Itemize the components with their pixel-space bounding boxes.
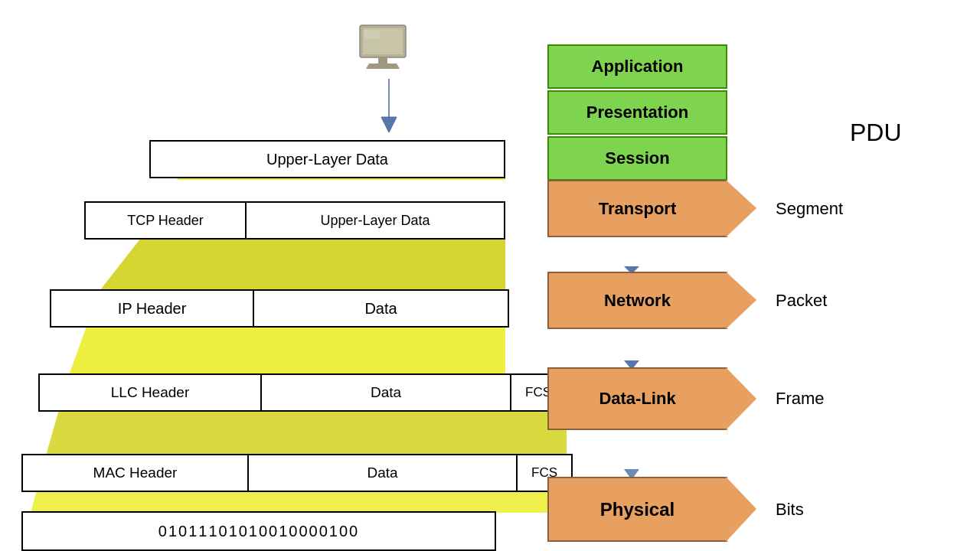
binary-cell: 01011101010010000100 <box>23 513 495 549</box>
physical-box: Physical <box>547 477 727 542</box>
pdu-label: PDU <box>850 119 902 147</box>
osi-physical-layer: Physical Bits <box>547 477 804 542</box>
osi-application-layer: Application <box>547 44 727 89</box>
transport-arrow <box>726 180 756 237</box>
mac-row: MAC Header Data FCS <box>21 454 573 492</box>
binary-row: 01011101010010000100 <box>21 511 496 551</box>
network-pdu-label: Packet <box>776 291 827 311</box>
application-box: Application <box>547 44 727 89</box>
llc-header-cell: LLC Header <box>40 375 262 410</box>
svg-marker-3 <box>366 64 400 69</box>
osi-session-layer: Session <box>547 136 727 181</box>
physical-pdu-label: Bits <box>776 500 804 520</box>
network-box: Network <box>547 272 727 329</box>
llc-data-cell: Data <box>262 375 511 410</box>
tcp-header-cell: TCP Header <box>86 203 247 238</box>
svg-marker-5 <box>381 79 397 132</box>
computer-down-arrow <box>377 79 400 135</box>
tcp-row: TCP Header Upper-Layer Data <box>84 201 505 240</box>
osi-presentation-layer: Presentation <box>547 90 727 135</box>
session-box: Session <box>547 136 727 181</box>
network-arrow <box>726 272 756 329</box>
transport-pdu-label: Segment <box>776 199 843 219</box>
datalink-arrow <box>726 367 756 430</box>
ip-row: IP Header Data <box>50 289 509 328</box>
llc-row: LLC Header Data FCS <box>38 373 567 412</box>
datalink-box: Data-Link <box>547 367 727 430</box>
network-datalink-arrow <box>620 331 643 373</box>
physical-arrow <box>726 477 756 542</box>
upper-layer-cell: Upper-Layer Data <box>151 142 504 177</box>
datalink-pdu-label: Frame <box>776 389 825 409</box>
upper-layer-row: Upper-Layer Data <box>149 140 505 178</box>
mac-data-cell: Data <box>249 455 518 491</box>
osi-datalink-layer: Data-Link Frame <box>547 367 825 430</box>
svg-marker-12 <box>624 331 639 370</box>
svg-rect-2 <box>378 57 387 64</box>
transport-box: Transport <box>547 180 727 237</box>
svg-marker-11 <box>624 240 639 274</box>
datalink-physical-arrow <box>620 432 643 483</box>
ip-data-cell: Data <box>254 291 508 326</box>
svg-marker-13 <box>624 432 639 480</box>
ip-header-cell: IP Header <box>51 291 254 326</box>
osi-network-layer: Network Packet <box>547 272 827 329</box>
tcp-data-cell: Upper-Layer Data <box>247 203 504 238</box>
presentation-box: Presentation <box>547 90 727 135</box>
svg-rect-4 <box>364 30 380 39</box>
mac-header-cell: MAC Header <box>23 455 249 491</box>
computer-icon <box>352 21 413 75</box>
osi-transport-layer: Transport Segment <box>547 180 843 237</box>
